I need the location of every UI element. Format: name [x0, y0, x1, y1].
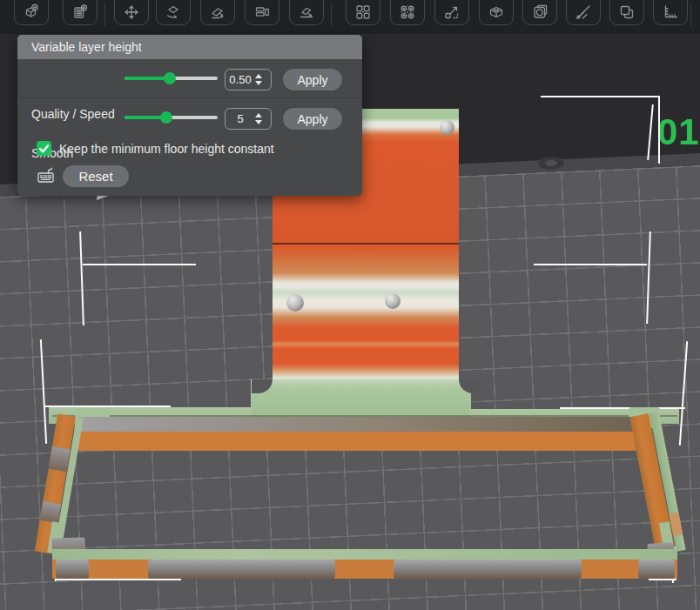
application-window: 01 [0, 0, 700, 610]
spin-down-icon[interactable] [255, 81, 262, 85]
smooth-slider-thumb[interactable] [160, 111, 172, 124]
quality-speed-label: Quality / Speed [31, 107, 115, 121]
variable-layer-height-button[interactable] [566, 0, 601, 25]
clone-button[interactable] [609, 0, 644, 25]
scale-to-fit-button[interactable] [434, 0, 469, 25]
add-plate-button[interactable] [63, 0, 98, 25]
keep-floor-height-checkbox[interactable] [37, 141, 51, 156]
spin-up-icon[interactable] [255, 113, 262, 117]
auto-arrange-button[interactable] [390, 0, 425, 25]
assembly-view-button[interactable] [479, 0, 514, 25]
quality-speed-input[interactable] [225, 72, 255, 87]
variable-layer-height-panel: Variable layer height Quality / Speed Ap… [17, 35, 362, 196]
frame-left-rail-notch [40, 501, 61, 523]
frame-top-rail-face[interactable] [78, 432, 646, 451]
measure-button[interactable] [653, 0, 688, 25]
frame-bottom-rail-segment [148, 560, 335, 579]
model-part-seam [273, 243, 459, 245]
quality-speed-slider[interactable] [125, 77, 218, 80]
smooth-slider[interactable] [125, 116, 218, 119]
smooth-input[interactable] [225, 111, 255, 126]
handle-sphere[interactable] [440, 120, 454, 135]
frame-left-rail-notch [49, 446, 71, 472]
spin-up-icon[interactable] [255, 74, 262, 78]
handle-sphere[interactable] [385, 293, 400, 309]
split-to-objects-button[interactable] [245, 0, 279, 25]
boundary-mark [649, 579, 676, 580]
keyboard-shortcut-icon [37, 165, 56, 187]
frame-top-rail-surface[interactable] [78, 417, 646, 432]
main-toolbar [0, 0, 700, 34]
reset-button[interactable]: Reset [63, 165, 129, 187]
boundary-mark [647, 104, 654, 160]
arrange-button[interactable] [346, 0, 380, 25]
keep-floor-height-label: Keep the minimum floor height constant [59, 142, 274, 156]
boundary-mark [658, 96, 660, 164]
panel-title: Variable layer height [17, 35, 362, 59]
boundary-mark [83, 264, 196, 265]
scale-button[interactable] [200, 0, 235, 25]
plate-number-label: 01 [657, 111, 700, 153]
toolbar-separator [104, 3, 105, 26]
lay-on-face-button[interactable] [289, 0, 324, 25]
quality-speed-spinbox [225, 69, 272, 90]
frame-bottom-rail-segment [638, 560, 675, 579]
toolbar-separator [331, 3, 332, 26]
smooth-spinbox [225, 108, 272, 130]
boundary-mark [541, 96, 659, 97]
quality-speed-apply-button[interactable]: Apply [283, 69, 342, 90]
plate-handle-icon[interactable] [538, 157, 564, 170]
frame-bottom-rail-segment [56, 560, 89, 579]
smooth-apply-button[interactable]: Apply [283, 108, 342, 130]
frame-bottom-rail[interactable] [52, 560, 677, 579]
frame-bottom-rail-segment [394, 560, 582, 579]
split-to-parts-button[interactable] [522, 0, 557, 25]
toolbar-separator [690, 3, 691, 26]
boundary-mark [534, 264, 647, 265]
move-button[interactable] [114, 0, 149, 25]
boundary-mark [55, 579, 181, 580]
rotate-button[interactable] [156, 0, 191, 25]
spin-down-icon[interactable] [255, 120, 262, 124]
panel-divider [17, 97, 362, 98]
checkmark-icon [37, 141, 51, 156]
add-model-button[interactable] [14, 0, 49, 25]
handle-sphere[interactable] [286, 294, 304, 312]
quality-speed-slider-thumb[interactable] [164, 72, 176, 84]
